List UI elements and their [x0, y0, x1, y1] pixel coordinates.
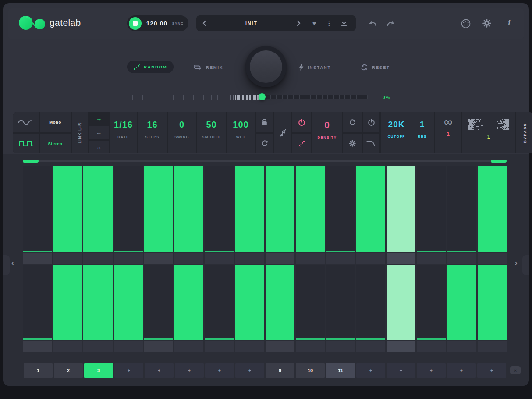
step-column[interactable] — [478, 166, 507, 252]
step-column[interactable] — [23, 265, 52, 340]
step-column[interactable] — [326, 265, 355, 340]
link-lr-toggle[interactable]: LINK L-R — [72, 112, 88, 153]
step-ghost[interactable] — [114, 341, 143, 352]
step-ghost[interactable] — [447, 253, 476, 264]
step-column[interactable] — [417, 166, 446, 252]
density-control[interactable]: 0 DENSITY — [312, 112, 342, 153]
step-ghost[interactable] — [53, 341, 82, 352]
range-handle-left[interactable] — [23, 160, 39, 163]
slider-thumb[interactable] — [259, 93, 266, 100]
midi-settings-button[interactable] — [461, 18, 471, 29]
page-prev-button[interactable]: ‹ — [11, 259, 14, 267]
save-preset-button[interactable] — [337, 20, 351, 27]
step-ghost[interactable] — [296, 253, 325, 264]
step-ghost[interactable] — [356, 341, 385, 352]
step-column[interactable] — [296, 265, 325, 340]
mute-sequence-button[interactable] — [274, 112, 291, 153]
step-ghost[interactable] — [326, 253, 355, 264]
step-ghost[interactable] — [326, 341, 355, 352]
randomizer-amount-slider[interactable] — [131, 93, 368, 101]
step-ghost[interactable] — [356, 253, 385, 264]
filter-cycle-button[interactable] — [343, 112, 362, 132]
pattern-slot-9[interactable]: 9 — [266, 363, 294, 378]
step-column[interactable] — [83, 265, 112, 340]
step-ghost[interactable] — [235, 341, 264, 352]
step-column[interactable] — [266, 265, 294, 340]
random-button[interactable]: RANDOM — [127, 61, 174, 73]
step-ghost[interactable] — [174, 253, 203, 264]
step-column[interactable] — [387, 166, 415, 252]
info-button[interactable]: i — [505, 18, 514, 28]
pattern-slot-11[interactable]: 11 — [326, 363, 355, 378]
pattern-slot-10[interactable]: 10 — [296, 363, 325, 378]
step-column[interactable] — [387, 265, 415, 340]
step-ghost[interactable] — [23, 341, 52, 352]
bpm-display[interactable]: 120.00 — [142, 20, 172, 27]
step-ghost[interactable] — [83, 341, 112, 352]
step-column[interactable] — [205, 166, 234, 252]
step-ghost[interactable] — [114, 253, 143, 264]
direction-reverse-button[interactable]: ← — [89, 126, 109, 139]
infinity-control[interactable]: ∞ 1 — [435, 112, 461, 153]
stop-button[interactable] — [129, 17, 142, 30]
filter-power-button[interactable] — [363, 112, 379, 132]
step-ghost[interactable] — [144, 341, 173, 352]
pattern-slot-12[interactable]: + — [356, 363, 385, 378]
pattern-slot-1[interactable]: 1 — [24, 363, 53, 378]
swing-control[interactable]: 0 SWING — [168, 112, 196, 153]
step-column[interactable] — [53, 265, 82, 340]
step-ghost[interactable] — [478, 341, 507, 352]
step-column[interactable] — [266, 166, 294, 252]
density-power-button[interactable] — [292, 112, 311, 132]
step-column[interactable] — [356, 265, 385, 340]
noise-control[interactable]: 1 — [462, 112, 515, 153]
redo-button[interactable] — [387, 20, 395, 27]
step-column[interactable] — [447, 265, 476, 340]
pattern-slot-7[interactable]: + — [205, 363, 234, 378]
preset-menu-button[interactable]: ⋮ — [322, 19, 337, 27]
step-ghost[interactable] — [174, 341, 203, 352]
step-column[interactable] — [174, 166, 203, 252]
step-column[interactable] — [53, 166, 82, 252]
step-column[interactable] — [235, 166, 264, 252]
pattern-slot-3[interactable]: 3 — [84, 363, 113, 378]
step-column[interactable] — [296, 166, 325, 252]
pattern-slot-8[interactable]: + — [235, 363, 264, 378]
range-handle-right[interactable] — [491, 160, 507, 163]
step-ghost[interactable] — [387, 253, 415, 264]
smooth-control[interactable]: 50 SMOOTH — [197, 112, 226, 153]
direction-pingpong-button[interactable]: ↔ — [89, 141, 109, 153]
preset-name[interactable]: INIT — [212, 21, 291, 26]
step-ghost[interactable] — [266, 341, 294, 352]
step-ghost[interactable] — [235, 253, 264, 264]
step-ghost[interactable] — [53, 253, 82, 264]
pattern-slot-6[interactable]: + — [175, 363, 204, 378]
filter-slope-button[interactable] — [363, 134, 379, 154]
step-column[interactable] — [326, 166, 355, 252]
pattern-slot-16[interactable]: + — [477, 363, 506, 378]
pattern-slot-2[interactable]: 2 — [54, 363, 83, 378]
delete-pattern-button[interactable]: × — [510, 366, 521, 374]
reset-button[interactable]: RESET — [360, 63, 390, 71]
undo-button[interactable] — [368, 20, 377, 27]
page-next-button[interactable]: › — [515, 259, 518, 267]
favorite-button[interactable]: ♥ — [307, 20, 322, 27]
step-column[interactable] — [23, 166, 52, 252]
sine-wave-button[interactable] — [13, 112, 39, 132]
rate-control[interactable]: 1/16 RATE — [110, 112, 137, 153]
step-ghost[interactable] — [205, 253, 234, 264]
direction-forward-button[interactable]: → — [89, 112, 109, 125]
step-column[interactable] — [144, 166, 173, 252]
step-ghost[interactable] — [266, 253, 294, 264]
step-column[interactable] — [356, 166, 385, 252]
step-column[interactable] — [235, 265, 264, 340]
step-ghost[interactable] — [417, 253, 446, 264]
step-column[interactable] — [205, 265, 234, 340]
wet-control[interactable]: 100 WET — [227, 112, 255, 153]
pattern-slot-14[interactable]: + — [417, 363, 446, 378]
pattern-slot-15[interactable]: + — [447, 363, 476, 378]
density-random-button[interactable] — [292, 134, 311, 154]
step-ghost[interactable] — [83, 253, 112, 264]
step-ghost[interactable] — [23, 253, 52, 264]
step-column[interactable] — [478, 265, 507, 340]
